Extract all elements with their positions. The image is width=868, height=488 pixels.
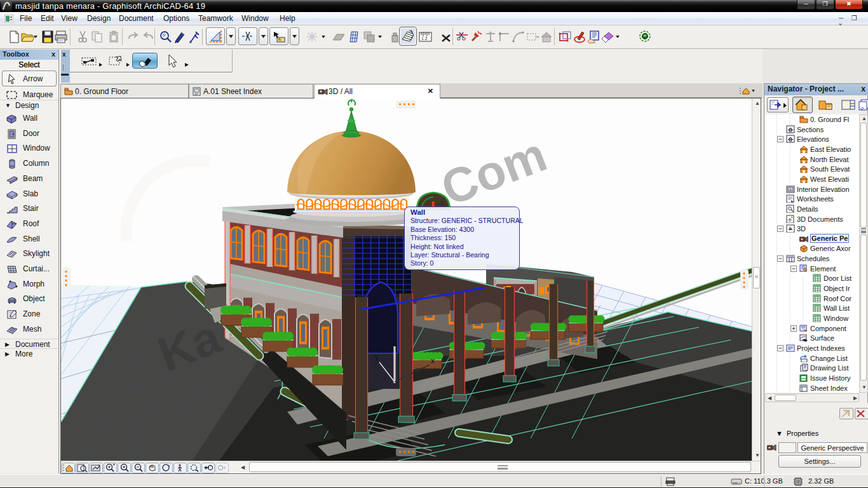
svg-text:3: 3 bbox=[789, 226, 791, 231]
svg-text:x: x bbox=[431, 356, 435, 365]
svg-text:y: y bbox=[375, 353, 379, 362]
svg-text:1 2: 1 2 bbox=[421, 36, 428, 41]
svg-text:z: z bbox=[390, 336, 394, 345]
